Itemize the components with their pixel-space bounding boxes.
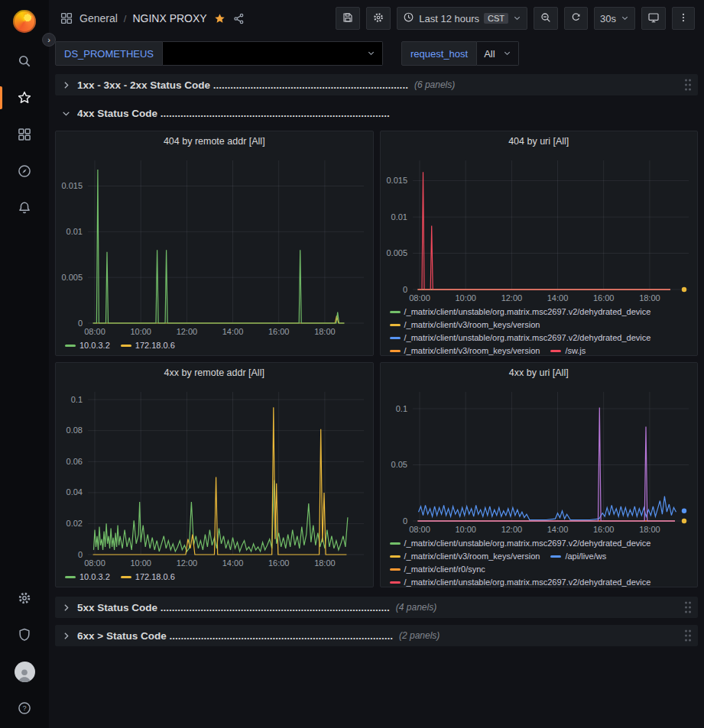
sidebar-item-help[interactable]: ? [0, 690, 49, 726]
toolbar-right: Last 12 hours CST 30s [336, 7, 695, 30]
legend-item[interactable]: 172.18.0.6 [121, 571, 175, 583]
kebab-menu-button[interactable] [672, 7, 695, 30]
panel-title[interactable]: 4xx by remote addr [All] [56, 363, 373, 383]
series-color-dash [65, 345, 76, 347]
save-icon [342, 11, 354, 26]
tv-mode-button[interactable] [641, 7, 666, 30]
favorite-star-icon[interactable] [213, 12, 226, 25]
panel-404-by-remote-addr: 404 by remote addr [All] 00.0050.010.015… [55, 131, 374, 356]
sidebar-item-search[interactable] [0, 43, 49, 79]
chart-legend: /_matrix/client/unstable/org.matrix.msc2… [381, 305, 698, 355]
series-label: /_matrix/client/r0/sync [404, 564, 485, 575]
sidebar-item-profile[interactable] [0, 653, 49, 690]
breadcrumb-separator: / [124, 13, 127, 24]
dashboard-row-1xx-3xx-2xx[interactable]: 1xx - 3xx - 2xx Status Code ............… [55, 74, 698, 95]
row-drag-handle[interactable] [683, 600, 693, 615]
row-panel-count: (6 panels) [414, 79, 455, 90]
row-drag-handle[interactable] [683, 628, 693, 643]
row-panel-count: (4 panels) [396, 602, 436, 613]
dashboard-row-5xx[interactable]: 5xx Status Code ........................… [55, 597, 698, 618]
chevron-right-icon [61, 631, 71, 641]
grafana-logo[interactable] [0, 0, 49, 43]
legend-item[interactable]: 172.18.0.6 [121, 340, 175, 351]
sidebar-item-alerting[interactable] [0, 189, 49, 226]
svg-text:12:00: 12:00 [501, 525, 522, 534]
legend-item[interactable]: /_matrix/client/r0/sync [390, 564, 485, 575]
panel-title[interactable]: 4xx by uri [All] [381, 363, 698, 383]
legend-item[interactable]: /_matrix/client/unstable/org.matrix.msc2… [390, 577, 651, 587]
legend-item[interactable]: /_matrix/client/v3/room_keys/version [390, 345, 540, 355]
dashboard-row-4xx[interactable]: 4xx Status Code ........................… [55, 102, 698, 124]
chevron-down-icon [367, 48, 375, 60]
sidebar-item-server-admin[interactable] [0, 616, 49, 653]
dashboard-toolbar: General / NGINX PROXY Last 12 hours CST [49, 0, 704, 37]
zoom-out-button[interactable] [534, 7, 558, 30]
sidebar-expand-button[interactable]: › [42, 33, 56, 47]
svg-text:16:00: 16:00 [268, 558, 290, 568]
dashboard-row-6xx[interactable]: 6xx > Status Code ......................… [55, 625, 698, 646]
variable-label-request-host[interactable]: request_host [401, 41, 477, 66]
legend-item[interactable]: /_matrix/client/v3/room_keys/version [390, 551, 540, 562]
legend-item[interactable]: /api/live/ws [550, 551, 606, 562]
legend-item[interactable]: /_matrix/client/unstable/org.matrix.msc2… [390, 332, 651, 344]
legend-item[interactable]: /_matrix/client/v3/room_keys/version [390, 319, 540, 331]
svg-text:0.05: 0.05 [391, 460, 407, 469]
dashboard-settings-button[interactable] [366, 7, 391, 30]
time-range-picker[interactable]: Last 12 hours CST [397, 7, 527, 30]
series-color-dash [65, 576, 76, 578]
time-series-chart[interactable]: 00.050.108:0010:0012:0014:0016:0018:00 [381, 383, 698, 536]
series-label: /_matrix/client/v3/room_keys/version [404, 345, 540, 355]
time-series-chart[interactable]: 00.0050.010.01508:0010:0012:0014:0016:00… [381, 151, 698, 305]
breadcrumb: General / NGINX PROXY [79, 12, 207, 24]
panel-404-by-uri: 404 by uri [All] 00.0050.010.01508:0010:… [380, 131, 699, 356]
svg-text:0.02: 0.02 [67, 519, 83, 528]
series-color-dash [390, 350, 401, 352]
series-color-dash [390, 337, 401, 339]
panel-title[interactable]: 404 by remote addr [All] [56, 131, 373, 151]
sidebar-item-settings[interactable] [0, 580, 49, 616]
breadcrumb-section[interactable]: General [79, 12, 118, 24]
dashboard-title[interactable]: NGINX PROXY [132, 12, 206, 24]
panel-title[interactable]: 404 by uri [All] [381, 131, 698, 151]
sidebar-nav [0, 43, 49, 226]
series-label: /_matrix/client/unstable/org.matrix.msc2… [404, 306, 651, 318]
refresh-button[interactable] [564, 7, 588, 30]
save-button[interactable] [336, 7, 360, 30]
time-series-chart[interactable]: 00.020.040.060.080.108:0010:0012:0014:00… [56, 383, 373, 570]
variable-label-ds-prometheus[interactable]: DS_PROMETHEUS [55, 41, 163, 66]
settings-gear-icon [17, 590, 32, 606]
time-range-label: Last 12 hours [419, 13, 479, 24]
series-color-dash [550, 350, 561, 352]
svg-text:12:00: 12:00 [177, 558, 198, 568]
legend-item[interactable]: 10.0.3.2 [65, 340, 110, 351]
legend-item[interactable]: /_matrix/client/unstable/org.matrix.msc2… [390, 306, 651, 318]
chart-legend: 10.0.3.2172.18.0.6 [56, 570, 373, 587]
refresh-icon [570, 11, 582, 25]
time-series-chart[interactable]: 00.0050.010.01508:0010:0012:0014:0016:00… [56, 151, 373, 338]
sidebar-item-dashboards[interactable] [0, 116, 49, 153]
legend-item[interactable]: /sw.js [550, 345, 586, 355]
svg-text:0.01: 0.01 [391, 212, 407, 222]
svg-text:18:00: 18:00 [639, 293, 660, 303]
main-area: General / NGINX PROXY Last 12 hours CST [49, 0, 704, 728]
chart-legend: /_matrix/client/unstable/org.matrix.msc2… [381, 536, 698, 587]
series-color-dash [390, 542, 401, 545]
legend-item[interactable]: 10.0.3.2 [65, 571, 110, 583]
svg-text:10:00: 10:00 [455, 293, 476, 303]
variable-value-ds-prometheus[interactable] [163, 41, 383, 66]
row-drag-handle[interactable] [683, 77, 693, 92]
share-icon[interactable] [232, 12, 245, 25]
legend-item[interactable]: /_matrix/client/unstable/org.matrix.msc2… [390, 538, 651, 549]
svg-text:0.005: 0.005 [386, 248, 407, 257]
kebab-icon [678, 11, 689, 26]
panel-4xx-by-uri: 4xx by uri [All] 00.050.108:0010:0012:00… [380, 362, 699, 587]
row-title: 4xx Status Code ........................… [77, 108, 390, 119]
variable-ds-prometheus: DS_PROMETHEUS [55, 41, 383, 66]
panel-4xx-by-remote-addr: 4xx by remote addr [All] 00.020.040.060.… [55, 362, 374, 587]
refresh-interval-dropdown[interactable]: 30s [594, 7, 635, 30]
series-label: /api/live/ws [565, 551, 606, 562]
svg-text:0.1: 0.1 [395, 404, 407, 413]
sidebar-item-starred[interactable] [0, 79, 49, 116]
sidebar-item-explore[interactable] [0, 153, 49, 189]
variable-value-request-host[interactable]: All [477, 41, 518, 66]
